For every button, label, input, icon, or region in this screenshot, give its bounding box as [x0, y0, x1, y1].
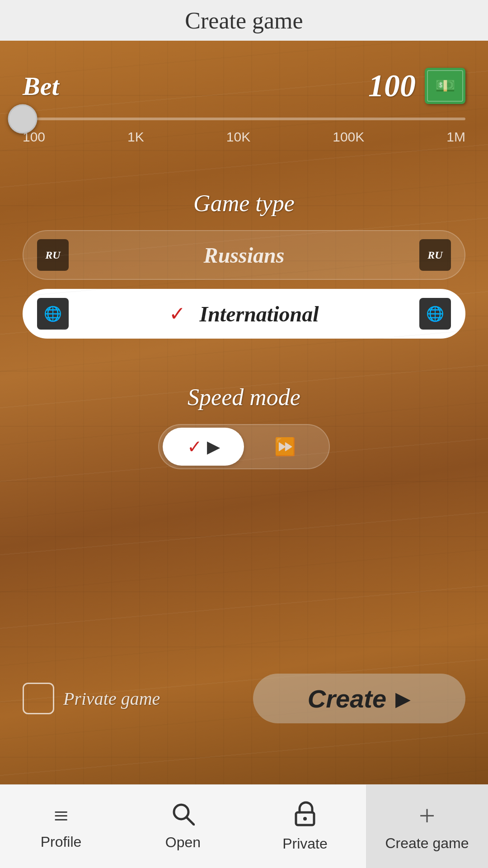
slider-label-1k: 1K: [127, 129, 144, 145]
svg-line-1: [187, 817, 194, 825]
international-center: ✓ International: [169, 302, 319, 326]
private-icon: [293, 801, 317, 831]
main-content: Bet 100 💵 100 1K 10K 100K 1M Game: [0, 41, 488, 800]
slider-track: [23, 118, 465, 120]
create-play-icon: ▶: [395, 687, 411, 710]
bottom-nav: ≡ Profile Open Private + Create game: [0, 784, 488, 868]
private-game-container[interactable]: Private game: [23, 683, 160, 714]
bottom-area: Private game Create ▶: [23, 674, 465, 723]
international-checkmark: ✓: [169, 302, 186, 326]
speed-normal-play-icon: ▶: [207, 437, 220, 457]
money-symbol: 💵: [435, 76, 455, 95]
russians-label: Russians: [204, 243, 285, 268]
create-game-icon: +: [419, 802, 435, 830]
international-icon-left: 🌐: [37, 298, 69, 330]
bet-section: Bet 100 💵 100 1K 10K 100K 1M: [23, 59, 465, 154]
slider-thumb[interactable]: [8, 104, 38, 134]
game-type-international[interactable]: 🌐 ✓ International 🌐: [23, 289, 465, 339]
game-type-title: Game type: [23, 190, 465, 217]
slider-label-1m: 1M: [446, 129, 465, 145]
speed-mode-title: Speed mode: [23, 384, 465, 410]
open-label: Open: [165, 834, 201, 851]
speed-section: Speed mode ✓ ▶ ⏩: [23, 384, 465, 469]
page-title: Create game: [185, 7, 303, 34]
speed-normal-btn[interactable]: ✓ ▶: [163, 428, 244, 466]
international-label: International: [199, 302, 319, 326]
create-button[interactable]: Create ▶: [253, 674, 465, 723]
create-game-label: Create game: [385, 835, 469, 852]
bet-slider-container[interactable]: 100 1K 10K 100K 1M: [23, 113, 465, 149]
speed-normal-check: ✓: [187, 436, 202, 458]
bet-label: Bet: [23, 71, 59, 101]
game-type-russians[interactable]: RU Russians RU: [23, 230, 465, 280]
russians-icon: RU: [37, 239, 69, 271]
bet-value-container: 100 💵: [368, 68, 465, 104]
private-nav-label: Private: [282, 835, 328, 852]
bet-header: Bet 100 💵: [23, 68, 465, 104]
speed-toggle[interactable]: ✓ ▶ ⏩: [158, 424, 330, 469]
slider-labels: 100 1K 10K 100K 1M: [23, 129, 465, 145]
private-game-label: Private game: [63, 688, 160, 709]
profile-icon: ≡: [54, 803, 69, 829]
speed-fast-btn[interactable]: ⏩: [244, 428, 325, 466]
svg-point-3: [303, 817, 307, 821]
speed-fast-icon: ⏩: [274, 437, 296, 457]
nav-open[interactable]: Open: [122, 785, 244, 868]
create-label: Create: [308, 684, 386, 713]
russians-icon-right: RU: [419, 239, 451, 271]
speed-normal-inner: ✓ ▶: [187, 436, 220, 458]
game-type-section: Game type RU Russians RU 🌐 ✓ Internation…: [23, 190, 465, 348]
slider-label-10k: 10K: [226, 129, 250, 145]
money-icon: 💵: [425, 68, 465, 104]
speed-fast-inner: ⏩: [274, 437, 296, 457]
bet-value: 100: [368, 68, 416, 104]
nav-create-game[interactable]: + Create game: [366, 785, 488, 868]
private-checkbox[interactable]: [23, 683, 54, 714]
open-icon: [171, 802, 195, 830]
international-icon-right: 🌐: [419, 298, 451, 330]
slider-label-100k: 100K: [333, 129, 364, 145]
nav-profile[interactable]: ≡ Profile: [0, 785, 122, 868]
nav-private[interactable]: Private: [244, 785, 366, 868]
profile-label: Profile: [41, 834, 82, 850]
header: Create game: [0, 0, 488, 41]
